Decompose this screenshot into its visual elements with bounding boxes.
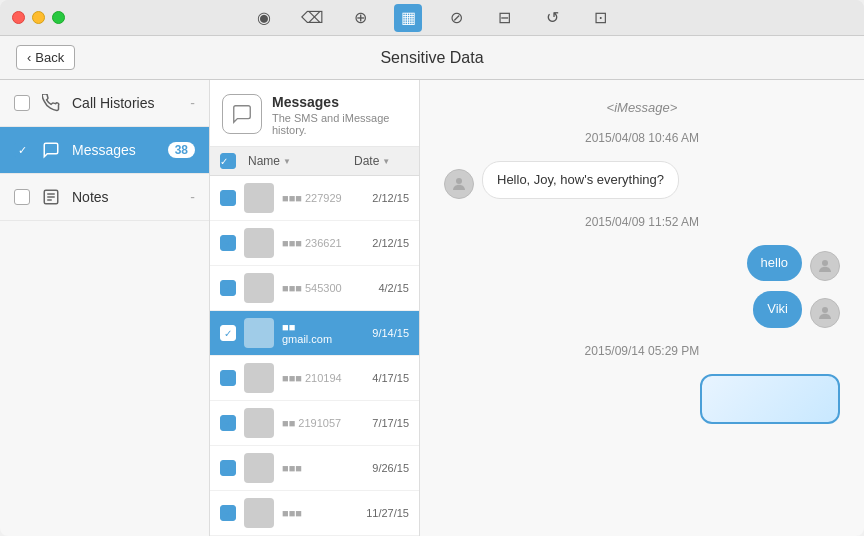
row-checkbox[interactable] bbox=[220, 505, 236, 521]
row-date: 2/12/15 bbox=[354, 192, 409, 204]
chat-bubble: hello bbox=[747, 245, 802, 281]
notes-checkbox[interactable] bbox=[14, 189, 30, 205]
sender-avatar bbox=[810, 298, 840, 328]
table-row[interactable]: ■■■ 9/26/15 bbox=[210, 446, 419, 491]
row-checkbox[interactable] bbox=[220, 280, 236, 296]
table-row[interactable]: ■■■ 236621 2/12/15 bbox=[210, 221, 419, 266]
chat-timestamp: 2015/09/14 05:29 PM bbox=[444, 344, 840, 358]
date-column-header[interactable]: Date ▼ bbox=[354, 154, 409, 168]
svg-point-5 bbox=[822, 260, 828, 266]
name-sort-icon: ▼ bbox=[283, 157, 291, 166]
avatar bbox=[244, 183, 274, 213]
main-layout: Call Histories - Messages 38 bbox=[0, 80, 864, 536]
chat-timestamp: 2015/04/09 11:52 AM bbox=[444, 215, 840, 229]
row-date: 11/27/15 bbox=[354, 507, 409, 519]
table-rows: ■■■ 227929 2/12/15 ■■■ 236621 2/12/15 ■■… bbox=[210, 176, 419, 536]
center-title: Messages bbox=[272, 94, 407, 110]
toolbar: ◉ ⌫ ⊕ ▦ ⊘ ⊟ ↺ ⊡ bbox=[250, 4, 614, 32]
back-label: Back bbox=[35, 50, 64, 65]
notes-label: Notes bbox=[72, 189, 180, 205]
center-header: Messages The SMS and iMessage history. bbox=[210, 80, 419, 147]
table-row[interactable]: ■■■ 210194 4/17/15 bbox=[210, 356, 419, 401]
chat-message-image bbox=[444, 374, 840, 424]
date-sort-icon: ▼ bbox=[382, 157, 390, 166]
sidebar-item-messages[interactable]: Messages 38 bbox=[0, 127, 209, 174]
briefcase-icon[interactable]: ⊟ bbox=[490, 4, 518, 32]
name-column-header[interactable]: Name ▼ bbox=[248, 154, 346, 168]
row-date: 2/12/15 bbox=[354, 237, 409, 249]
row-checkbox[interactable] bbox=[220, 460, 236, 476]
sub-header: ‹ Back Sensitive Data bbox=[0, 36, 864, 80]
chat-bubble: Hello, Joy, how's everything? bbox=[482, 161, 679, 199]
row-name: ■■■ 227929 bbox=[282, 192, 346, 204]
sidebar: Call Histories - Messages 38 bbox=[0, 80, 210, 536]
refresh-icon[interactable]: ↺ bbox=[538, 4, 566, 32]
call-histories-checkbox[interactable] bbox=[14, 95, 30, 111]
traffic-lights bbox=[12, 11, 65, 24]
avatar bbox=[244, 273, 274, 303]
sender-avatar bbox=[810, 251, 840, 281]
table-row[interactable]: ■■ 2191057 7/17/15 bbox=[210, 401, 419, 446]
row-checkbox[interactable] bbox=[220, 235, 236, 251]
back-button[interactable]: ‹ Back bbox=[16, 45, 75, 70]
avatar bbox=[244, 453, 274, 483]
chevron-left-icon: ‹ bbox=[27, 50, 31, 65]
row-date: 9/26/15 bbox=[354, 462, 409, 474]
chat-message-sent: hello bbox=[444, 245, 840, 281]
page-title: Sensitive Data bbox=[380, 49, 483, 67]
trash-icon[interactable]: ⊘ bbox=[442, 4, 470, 32]
maximize-button[interactable] bbox=[52, 11, 65, 24]
device-icon[interactable]: ⊡ bbox=[586, 4, 614, 32]
row-name: ■■■ bbox=[282, 507, 346, 519]
sender-avatar bbox=[444, 169, 474, 199]
message-icon bbox=[40, 139, 62, 161]
notes-badge: - bbox=[190, 189, 195, 205]
row-date: 9/14/15 bbox=[354, 327, 409, 339]
row-name: ■■ 2191057 bbox=[282, 417, 346, 429]
row-name: ■■■ 545300 bbox=[282, 282, 346, 294]
chat-panel: <iMessage> 2015/04/08 10:46 AM Hello, Jo… bbox=[420, 80, 864, 536]
chat-image bbox=[700, 374, 840, 424]
header-checkbox[interactable]: ✓ bbox=[220, 153, 240, 169]
messages-checkbox[interactable] bbox=[14, 142, 30, 158]
row-date: 7/17/15 bbox=[354, 417, 409, 429]
svg-point-4 bbox=[456, 178, 462, 184]
compass-icon[interactable]: ◉ bbox=[250, 4, 278, 32]
svg-point-6 bbox=[822, 307, 828, 313]
avatar bbox=[244, 408, 274, 438]
avatar bbox=[244, 318, 274, 348]
sidebar-item-notes[interactable]: Notes - bbox=[0, 174, 209, 221]
center-panel: Messages The SMS and iMessage history. ✓… bbox=[210, 80, 420, 536]
messages-label: Messages bbox=[72, 142, 158, 158]
globe-icon[interactable]: ⊕ bbox=[346, 4, 374, 32]
row-checkbox[interactable] bbox=[220, 325, 236, 341]
call-histories-label: Call Histories bbox=[72, 95, 180, 111]
table-row[interactable]: ■■■ 11/27/15 bbox=[210, 491, 419, 536]
avatar bbox=[244, 498, 274, 528]
table-row[interactable]: ■■■ 227929 2/12/15 bbox=[210, 176, 419, 221]
row-checkbox[interactable] bbox=[220, 370, 236, 386]
data-icon[interactable]: ▦ bbox=[394, 4, 422, 32]
sidebar-item-call-histories[interactable]: Call Histories - bbox=[0, 80, 209, 127]
table-row[interactable]: ■■ gmail.com 9/14/15 bbox=[210, 311, 419, 356]
row-checkbox[interactable] bbox=[220, 190, 236, 206]
chat-message-received: Hello, Joy, how's everything? bbox=[444, 161, 840, 199]
row-date: 4/17/15 bbox=[354, 372, 409, 384]
center-subtitle: The SMS and iMessage history. bbox=[272, 112, 407, 136]
imessage-label: <iMessage> bbox=[444, 100, 840, 115]
broom-icon[interactable]: ⌫ bbox=[298, 4, 326, 32]
row-checkbox[interactable] bbox=[220, 415, 236, 431]
minimize-button[interactable] bbox=[32, 11, 45, 24]
row-name: ■■ gmail.com bbox=[282, 321, 346, 345]
avatar bbox=[244, 363, 274, 393]
row-date: 4/2/15 bbox=[354, 282, 409, 294]
close-button[interactable] bbox=[12, 11, 25, 24]
table-row[interactable]: ■■■ 545300 4/2/15 bbox=[210, 266, 419, 311]
table-header: ✓ Name ▼ Date ▼ bbox=[210, 147, 419, 176]
chat-message-sent: Viki bbox=[444, 291, 840, 327]
notes-icon bbox=[40, 186, 62, 208]
avatar bbox=[244, 228, 274, 258]
title-bar: ◉ ⌫ ⊕ ▦ ⊘ ⊟ ↺ ⊡ bbox=[0, 0, 864, 36]
messages-header-icon bbox=[222, 94, 262, 134]
chat-timestamp: 2015/04/08 10:46 AM bbox=[444, 131, 840, 145]
